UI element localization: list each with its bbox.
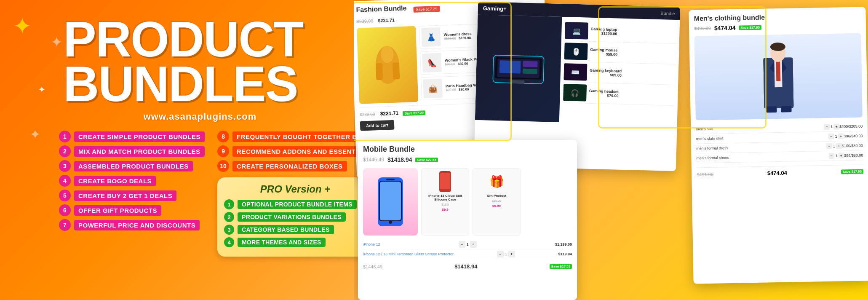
gaming-keyboard-icon: ⌨️ [564, 63, 587, 80]
feature-4: 4 CREATE BOGO DEALS [59, 175, 205, 187]
mobile-qty-minus[interactable]: − [459, 241, 465, 248]
svg-rect-7 [499, 60, 521, 73]
svg-rect-18 [440, 173, 450, 189]
mobile-screenprotector-price: $119.94 [558, 252, 572, 256]
mens-dress-qty[interactable]: − 1 + [826, 143, 842, 149]
mens-main-image [694, 33, 862, 121]
mobile-main-image [363, 168, 418, 236]
sparkle-icon-3: ✦ [38, 84, 45, 95]
mobile-summary-row-2: iPhone 12 / 13 Mini Tempered Glass Scree… [363, 249, 572, 259]
feature-text-1: CREATE SIMPLE PRODUCT BUNDLES [74, 131, 205, 142]
mens-dress-minus[interactable]: − [826, 143, 832, 149]
pro-text-3: CATEGORY BASED BUNDLES [238, 225, 334, 234]
feature-number-3: 3 [59, 160, 71, 172]
gaming-subtitle: Bundle [660, 11, 675, 16]
mens-shirt-name: men's slate shirt [696, 134, 828, 141]
mens-shoes-minus[interactable]: − [828, 153, 834, 159]
feature-number-9: 9 [217, 145, 229, 157]
pro-item-3: 3 CATEGORY BASED BUNDLES [224, 225, 366, 235]
fashion-bag-icon: 👜 [423, 79, 443, 99]
svg-rect-15 [386, 179, 395, 180]
mobile-qty-val: 1 [467, 242, 469, 246]
svg-rect-3 [393, 62, 400, 80]
mens-shirt-qty[interactable]: − 1 + [828, 133, 844, 139]
pro-item-2: 2 PRODUCT VARIATIONS BUNDLES [224, 212, 366, 222]
website-url: www.asanaplugins.com [59, 111, 341, 122]
feature-7: 7 POWERFUL PRICE AND DISCOUNTS [59, 219, 205, 231]
svg-rect-8 [523, 61, 537, 67]
mens-total-row: $491.99 $474.04 Save $17.95 [697, 165, 863, 178]
mens-shoes-qty[interactable]: − 1 + [828, 153, 844, 159]
mobile-iphone12-name: iPhone 12 [363, 242, 380, 246]
fashion-old-price: $239.00 [356, 18, 373, 24]
mobile-iphone-red: iPhone 13 Cloud Suit Silicone Case $19.9… [421, 168, 469, 236]
mobile-total-new: $1418.94 [454, 263, 477, 270]
pro-item-1: 1 OPTIONAL PRODUCT BUNDLE ITEMS [224, 199, 366, 209]
mobile-qty2-minus[interactable]: − [497, 251, 504, 257]
gaming-headset-price: $79.00 [589, 93, 618, 98]
mens-shirt-qty-val: 1 [835, 134, 837, 139]
feature-text-2: MIX AND MATCH PRODUCT BUNDLES [74, 146, 205, 157]
mens-total-old: $491.99 [697, 171, 713, 177]
svg-point-16 [389, 220, 392, 224]
mobile-gift-old: $15.00 [492, 199, 501, 202]
mobile-summary: iPhone 12 − 1 + $1,299.00 iPhone 12 / 13… [363, 240, 572, 259]
mobile-case-name: iPhone 13 Cloud Suit Silicone Case [424, 194, 466, 201]
mobile-screenprotector-qty[interactable]: − 1 + [497, 251, 515, 257]
mobile-price-row: $1446.49 $1418.94 Save $27.55 [363, 156, 572, 163]
fashion-add-to-cart-button[interactable]: Add to cart [360, 120, 395, 131]
pro-number-3: 3 [224, 225, 234, 235]
svg-rect-26 [776, 60, 780, 81]
pro-number-2: 2 [224, 212, 234, 222]
screenshots-section: Fashion Bundle Save $17.29 $239.00 $221.… [354, 0, 868, 300]
feature-number-6: 6 [59, 204, 71, 216]
gaming-mouse-name: Gaming mouse [590, 48, 617, 53]
feature-text-4: CREATE BOGO DEALS [74, 176, 156, 186]
gaming-keyboard-price: $89.00 [590, 72, 622, 78]
mens-suit-plus[interactable]: + [833, 124, 839, 130]
mobile-summary-row-1: iPhone 12 − 1 + $1,299.00 [363, 240, 572, 249]
mens-suit-minus[interactable]: − [824, 124, 830, 130]
mens-dress-plus[interactable]: + [836, 143, 842, 149]
gaming-headset-icon: 🎧 [563, 84, 587, 101]
mobile-iphone12-qty[interactable]: − 1 + [459, 241, 477, 248]
svg-rect-14 [380, 182, 401, 220]
mens-dress-name: men's formal dress [696, 144, 826, 150]
feature-5: 5 CREATE BUY 2 GET 1 DEALS [59, 190, 205, 201]
svg-rect-9 [523, 69, 537, 74]
gaming-mouse-icon: 🖱️ [564, 43, 588, 60]
mens-new-price: $474.04 [714, 24, 736, 32]
svg-rect-30 [781, 106, 791, 112]
mobile-qty-plus[interactable]: + [470, 241, 477, 248]
gaming-item-1: 💻 Gaming laptop $1200.00 [565, 20, 676, 44]
gaming-title: Gaming+ [483, 5, 507, 12]
feature-number-10: 10 [217, 160, 229, 172]
fashion-main-image [357, 26, 418, 104]
fashion-save-badge: Save $17.29 [413, 6, 440, 13]
feature-text-5: CREATE BUY 2 GET 1 DEALS [74, 190, 176, 201]
gaming-item-4: 🎧 Gaming headset $79.00 [563, 82, 675, 106]
sparkle-icon-1: ✦ [13, 13, 32, 40]
mobile-case-price: $9.9 [442, 208, 449, 212]
mobile-total-row: $1446.49 $1418.94 Save $27.55 [363, 262, 572, 270]
feature-number-1: 1 [59, 131, 71, 142]
mobile-case-old: $19.9 [441, 203, 449, 206]
mobile-total-save: Save $27.55 [550, 264, 572, 269]
mobile-screenprotector-name: iPhone 12 / 13 Mini Tempered Glass Scree… [363, 252, 454, 256]
mens-shirt-plus[interactable]: + [838, 133, 844, 139]
feature-3: 3 ASSEMBLED PRODUCT BUNDLES [59, 160, 205, 172]
gaming-keyboard-name: Gaming keyboard [590, 68, 622, 73]
mobile-qty2-plus[interactable]: + [508, 251, 515, 257]
mobile-images-grid: iPhone 13 Cloud Suit Silicone Case $19.9… [363, 168, 572, 236]
mens-shoes-plus[interactable]: + [838, 153, 844, 158]
mens-suit-qty[interactable]: − 1 + [824, 124, 839, 130]
fashion-total-prices: $239.00 $221.71 Save $17.29 [360, 108, 425, 118]
mens-shirt-minus[interactable]: − [828, 134, 834, 139]
feature-number-8: 8 [217, 131, 229, 142]
mens-dress-prices: $100/$80.00 [842, 144, 863, 148]
pro-text-2: PRODUCT VARIATIONS BUNDLES [238, 212, 346, 222]
mens-items-list: men's suit − 1 + $200/$205.00 men's slat… [696, 122, 863, 163]
feature-text-10: CREATE PERSONALIZED BOXES [232, 161, 347, 171]
mens-total-new: $474.04 [767, 170, 787, 177]
sparkle-icon-2: ✦ [51, 34, 63, 51]
